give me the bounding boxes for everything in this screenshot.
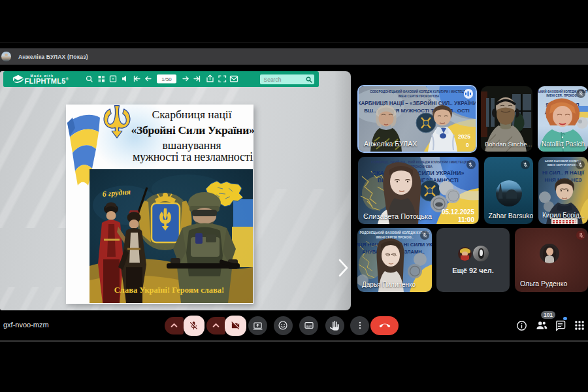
svg-text:05.12.2025: 05.12.2025 <box>442 208 474 216</box>
svg-text:Слава Україні! Героям слава!: Слава Україні! Героям слава! <box>114 286 223 295</box>
svg-text:РОДОНЕЦЬКИЙ ФАХОВИЙ КОЛЕДЖ КУЛ: РОДОНЕЦЬКИЙ ФАХОВИЙ КОЛЕДЖ КУЛЬТУ.. <box>359 230 429 235</box>
svg-text:0: 0 <box>466 142 470 148</box>
svg-text:ІМЕНІ СЕРГІЯ ПРОКОФ'ЄВА: ІМЕНІ СЕРГІЯ ПРОКОФ'ЄВА <box>399 95 440 98</box>
svg-text:СКАРБ​НИЦЯ НАЦІЇ – «ЗБРОЙНІ СИ: СКАРБ​НИЦЯ НАЦІЇ – «ЗБРОЙНІ СИЛ.. УКРАЇН… <box>359 99 476 106</box>
svg-text:ІМЕНІ СЕРГІЯ ПРОКОФ..: ІМЕНІ СЕРГІЯ ПРОКОФ.. <box>376 236 413 239</box>
svg-text:СЄВЄРОДОНЕЦЬКИЙ ФАХОВИЙ КОЛЕД: СЄВЄРОДОНЕЦЬКИЙ ФАХОВИЙ КОЛЕДЖ КУЛЬТУРИ … <box>370 89 468 93</box>
svg-text:11:00: 11:00 <box>458 216 474 223</box>
svg-text:НІ СИЛ.. Я НАЦІЇ: НІ СИЛ.. Я НАЦІЇ <box>542 170 585 176</box>
svg-text:ІМЕНІ СЕР.. ПРОКОФ..: ІМЕНІ СЕР.. ПРОКОФ.. <box>546 94 578 97</box>
svg-text:СЄВЄРОД.. ЬКИЙ ФА.. ВИЙ КОЛЕД: СЄВЄРОД.. ЬКИЙ ФА.. ВИЙ КОЛЕДЖ КУЛЬТУРИ … <box>371 159 469 164</box>
svg-text:1/50: 1/50 <box>161 76 172 82</box>
svg-text:2025: 2025 <box>458 133 470 140</box>
svg-text:ІМЕНІ СЕРГІЯ ПРОКО..: ІМЕНІ СЕРГІЯ ПРОКО.. <box>547 163 580 167</box>
